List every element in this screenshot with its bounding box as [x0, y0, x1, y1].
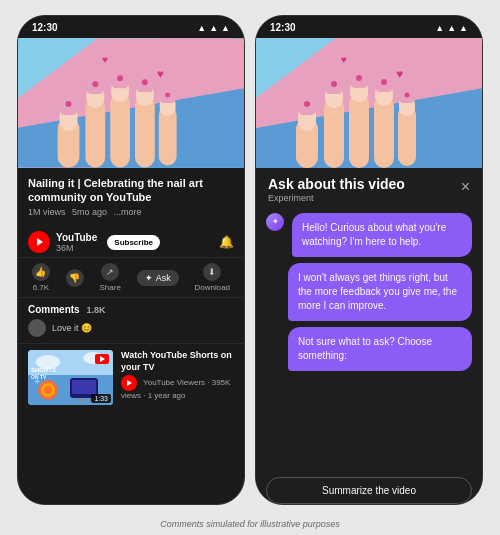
- ai-message-1-row: ✦ Hello! Curious about what you're watch…: [266, 213, 472, 257]
- phone-2: 12:30 ▲ ▲ ▲: [255, 15, 483, 505]
- svg-marker-41: [100, 356, 105, 362]
- signal-icons-2: ▲ ▲ ▲: [435, 23, 468, 33]
- rec-duration: 1:33: [91, 394, 111, 403]
- ask-experiment-label: Experiment: [268, 193, 405, 203]
- play-icon: [95, 354, 109, 364]
- share-button[interactable]: ↗ Share: [99, 263, 120, 292]
- svg-text:♥: ♥: [396, 67, 403, 81]
- footer-caption: Comments simulated for illustrative purp…: [160, 519, 340, 529]
- comments-header: Comments 1.8K: [28, 304, 234, 315]
- channel-avatar: [28, 231, 50, 253]
- dislike-icon: 👎: [66, 269, 84, 287]
- signal-icons-1: ▲ ▲ ▲: [197, 23, 230, 33]
- svg-marker-42: [127, 380, 132, 386]
- like-button[interactable]: 👍 6.7K: [32, 263, 50, 292]
- more-button[interactable]: ...more: [114, 207, 142, 217]
- svg-point-18: [142, 79, 148, 85]
- svg-point-65: [405, 92, 410, 97]
- ai-message-1: Hello! Curious about what you're watchin…: [292, 213, 472, 257]
- channel-subs: 36M: [56, 243, 97, 253]
- svg-text:♥: ♥: [102, 54, 108, 65]
- action-row: 👍 6.7K 👎 ↗ Share ✦ Ask ⬇ Download: [18, 258, 244, 298]
- svg-point-10: [92, 81, 98, 87]
- svg-rect-11: [110, 93, 130, 167]
- ai-avatar: ✦: [266, 213, 284, 231]
- svg-point-57: [356, 75, 362, 81]
- channel-row: YouTube 36M Subscribe 🔔: [18, 227, 244, 258]
- svg-point-6: [66, 101, 72, 107]
- sparkle-icon: ✦: [145, 273, 153, 283]
- suggestion-btn-1[interactable]: Summarize the video: [266, 477, 472, 504]
- rec-channel: YouTube Viewers · 395K views · 1 year ag…: [121, 375, 234, 400]
- recommended-video[interactable]: ✦ ✦ SHORTS ON TV: [18, 344, 244, 411]
- channel-info: YouTube 36M Subscribe: [28, 231, 160, 253]
- svg-point-38: [44, 386, 52, 394]
- svg-point-22: [165, 92, 170, 97]
- video-meta: 1M views 5mo ago ...more: [28, 207, 234, 217]
- ai-message-3: Not sure what to ask? Choose something:: [288, 327, 472, 371]
- share-icon: ↗: [101, 263, 119, 281]
- rec-thumbnail: ✦ ✦ SHORTS ON TV: [28, 350, 113, 405]
- svg-text:♥: ♥: [341, 54, 347, 65]
- svg-rect-33: [72, 380, 96, 394]
- status-bar-1: 12:30 ▲ ▲ ▲: [18, 16, 244, 38]
- ask-title: Ask about this video: [268, 176, 405, 192]
- svg-point-61: [381, 79, 387, 85]
- ask-panel: Ask about this video Experiment × ✦ Hell…: [256, 168, 482, 505]
- svg-text:ON TV: ON TV: [31, 374, 47, 380]
- ask-header: Ask about this video Experiment ×: [256, 168, 482, 207]
- bell-icon[interactable]: 🔔: [219, 235, 234, 249]
- phone-1: 12:30 ▲ ▲ ▲: [17, 15, 245, 505]
- dislike-button[interactable]: 👎: [66, 269, 84, 287]
- time-2: 12:30: [270, 22, 296, 33]
- svg-text:SHORTS: SHORTS: [31, 367, 56, 373]
- svg-point-14: [117, 75, 123, 81]
- suggestion-buttons: Summarize the video Tell me more about t…: [256, 477, 482, 505]
- ai-message-2: I won't always get things right, but the…: [288, 263, 472, 321]
- rec-title: Watch YouTube Shorts on your TV: [121, 350, 234, 373]
- download-icon: ⬇: [203, 263, 221, 281]
- rec-channel-avatar: [121, 375, 137, 391]
- svg-marker-25: [37, 238, 43, 246]
- svg-point-49: [304, 101, 310, 107]
- comments-section: Comments 1.8K Love it 😊: [18, 298, 244, 344]
- svg-point-53: [331, 81, 337, 87]
- ask-video-thumbnail: ♥ ♥: [256, 38, 482, 168]
- comment-row: Love it 😊: [28, 319, 234, 337]
- status-bar-2: 12:30 ▲ ▲ ▲: [256, 16, 482, 38]
- time-1: 12:30: [32, 22, 58, 33]
- chat-area: ✦ Hello! Curious about what you're watch…: [256, 207, 482, 478]
- svg-text:♥: ♥: [157, 67, 164, 81]
- video-info: Nailing it | Celebrating the nail art co…: [18, 168, 244, 228]
- svg-rect-54: [349, 93, 369, 168]
- like-icon: 👍: [32, 263, 50, 281]
- video-thumbnail[interactable]: ♥ ♥: [18, 38, 244, 168]
- svg-rect-15: [135, 96, 155, 167]
- comment-avatar: [28, 319, 46, 337]
- comment-text: Love it 😊: [52, 323, 92, 333]
- ask-title-group: Ask about this video Experiment: [268, 176, 405, 203]
- ask-button[interactable]: ✦ Ask: [137, 270, 179, 286]
- rec-info: Watch YouTube Shorts on your TV YouTube …: [121, 350, 234, 400]
- svg-point-34: [78, 398, 82, 402]
- subscribe-button[interactable]: Subscribe: [107, 235, 160, 250]
- channel-name[interactable]: YouTube: [56, 232, 97, 243]
- download-button[interactable]: ⬇ Download: [194, 263, 230, 292]
- svg-rect-58: [374, 96, 394, 168]
- svg-rect-7: [85, 98, 105, 167]
- video-title: Nailing it | Celebrating the nail art co…: [28, 176, 234, 205]
- close-button[interactable]: ×: [461, 178, 470, 196]
- svg-rect-50: [324, 98, 344, 168]
